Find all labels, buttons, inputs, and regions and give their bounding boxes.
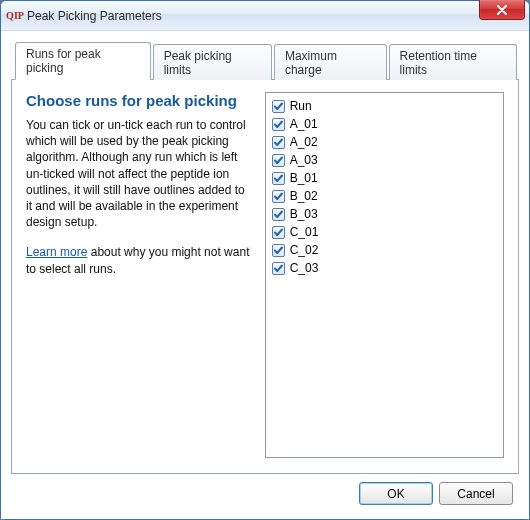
checkbox[interactable]: [272, 118, 285, 131]
description-column: Choose runs for peak picking You can tic…: [26, 92, 251, 461]
close-button[interactable]: [479, 0, 525, 20]
section-heading: Choose runs for peak picking: [26, 92, 251, 109]
checkbox-label: B_03: [290, 207, 318, 221]
list-item[interactable]: B_03: [272, 205, 497, 223]
tab-runs-for-peak-picking[interactable]: Runs for peak picking: [15, 42, 151, 80]
button-bar: OK Cancel: [11, 474, 519, 509]
ok-button[interactable]: OK: [359, 482, 433, 505]
titlebar: QIP Peak Picking Parameters: [1, 1, 529, 31]
check-icon: [273, 119, 284, 130]
runs-column: RunA_01A_02A_03B_01B_02B_03C_01C_02C_03: [265, 92, 504, 461]
check-icon: [273, 209, 284, 220]
check-icon: [273, 191, 284, 202]
list-item[interactable]: A_01: [272, 115, 497, 133]
checkbox-label: C_01: [290, 225, 319, 239]
check-icon: [273, 155, 284, 166]
runs-listbox[interactable]: RunA_01A_02A_03B_01B_02B_03C_01C_02C_03: [265, 92, 504, 458]
learn-more-paragraph: Learn more about why you might not want …: [26, 244, 251, 276]
tab-peak-picking-limits[interactable]: Peak picking limits: [153, 44, 272, 80]
tab-panel: Choose runs for peak picking You can tic…: [11, 79, 519, 474]
checkbox-label: A_01: [290, 117, 318, 131]
close-icon: [496, 5, 508, 15]
checkbox[interactable]: [272, 208, 285, 221]
list-item[interactable]: C_01: [272, 223, 497, 241]
checkbox[interactable]: [272, 136, 285, 149]
list-item[interactable]: B_01: [272, 169, 497, 187]
check-icon: [273, 263, 284, 274]
checkbox-label: A_03: [290, 153, 318, 167]
check-icon: [273, 101, 284, 112]
checkbox[interactable]: [272, 154, 285, 167]
list-item[interactable]: B_02: [272, 187, 497, 205]
list-item[interactable]: A_02: [272, 133, 497, 151]
check-icon: [273, 245, 284, 256]
tabstrip: Runs for peak picking Peak picking limit…: [11, 41, 519, 79]
checkbox[interactable]: [272, 190, 285, 203]
list-item[interactable]: Run: [272, 97, 497, 115]
checkbox-label: B_01: [290, 171, 318, 185]
checkbox[interactable]: [272, 172, 285, 185]
checkbox-label: C_02: [290, 243, 319, 257]
checkbox[interactable]: [272, 226, 285, 239]
check-icon: [273, 137, 284, 148]
check-icon: [273, 173, 284, 184]
checkbox-label: Run: [290, 99, 312, 113]
list-item[interactable]: C_03: [272, 259, 497, 277]
list-item[interactable]: C_02: [272, 241, 497, 259]
checkbox[interactable]: [272, 244, 285, 257]
window-title: Peak Picking Parameters: [27, 9, 162, 23]
check-icon: [273, 227, 284, 238]
app-icon: QIP: [7, 8, 23, 24]
checkbox-label: C_03: [290, 261, 319, 275]
dialog-window: QIP Peak Picking Parameters Runs for pea…: [0, 0, 530, 520]
tab-maximum-charge[interactable]: Maximum charge: [274, 44, 387, 80]
learn-more-link[interactable]: Learn more: [26, 245, 87, 259]
list-item[interactable]: A_03: [272, 151, 497, 169]
checkbox[interactable]: [272, 262, 285, 275]
cancel-button[interactable]: Cancel: [439, 482, 513, 505]
checkbox-label: B_02: [290, 189, 318, 203]
section-description: You can tick or un-tick each run to cont…: [26, 117, 251, 230]
checkbox[interactable]: [272, 100, 285, 113]
tab-retention-time-limits[interactable]: Retention time limits: [389, 44, 517, 80]
checkbox-label: A_02: [290, 135, 318, 149]
client-area: Runs for peak picking Peak picking limit…: [1, 31, 529, 519]
